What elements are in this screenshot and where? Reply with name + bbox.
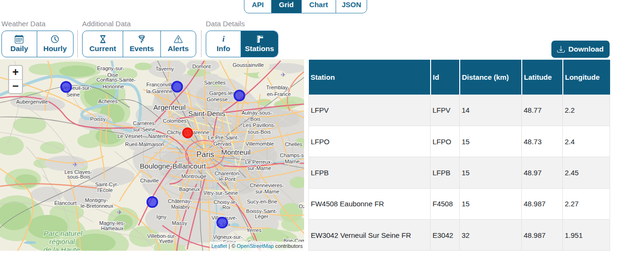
svg-text:Saint-Cyr-: Saint-Cyr-	[95, 181, 119, 187]
svg-text:Yerres: Yerres	[246, 227, 262, 233]
svg-text:Champs-sur-: Champs-sur-	[280, 152, 304, 158]
svg-text:Villemomble: Villemomble	[245, 141, 274, 147]
svg-text:Léger: Léger	[255, 213, 268, 219]
svg-text:Garges-lès-: Garges-lès-	[209, 90, 237, 96]
svg-text:Châtenay-: Châtenay-	[168, 198, 192, 204]
svg-text:Éragny-sur-: Éragny-sur-	[97, 65, 125, 71]
svg-text:Élancourt: Élancourt	[54, 200, 76, 206]
svg-text:Sucy-en-Brie: Sucy-en-Brie	[247, 199, 277, 204]
svg-text:✈: ✈	[73, 161, 78, 168]
svg-text:Chelles: Chelles	[285, 141, 303, 147]
svg-text:✈: ✈	[117, 209, 122, 216]
svg-text:l'École: l'École	[97, 187, 113, 193]
svg-text:Sarcelles: Sarcelles	[204, 80, 226, 85]
svg-text:Montreuil: Montreuil	[221, 148, 251, 156]
svg-text:Carrières-: Carrières-	[133, 120, 157, 126]
svg-text:sous-Bois: sous-Bois	[67, 174, 91, 180]
svg-text:sur-Marne: sur-Marne	[255, 189, 279, 194]
svg-text:le-Bretonneux: le-Bretonneux	[81, 203, 114, 209]
svg-text:Chaville: Chaville	[140, 178, 158, 183]
svg-text:Yvette: Yvette	[159, 238, 174, 244]
svg-text:Paris: Paris	[196, 150, 214, 159]
svg-text:Rueil-Malmaison: Rueil-Malmaison	[125, 141, 164, 147]
svg-text:Montrouge: Montrouge	[181, 173, 207, 179]
svg-text:Poissy: Poissy	[90, 116, 106, 122]
svg-text:Oz: Oz	[299, 203, 304, 209]
svg-text:Parc naturel: Parc naturel	[44, 229, 83, 237]
svg-text:Montigny-: Montigny-	[85, 197, 108, 203]
svg-text:Honorine: Honorine	[103, 84, 124, 89]
svg-text:Le Perreux-: Le Perreux-	[245, 159, 273, 165]
svg-text:Seine: Seine	[66, 92, 80, 97]
svg-text:Charenton-: Charenton-	[214, 171, 241, 176]
svg-text:Saint-Denis: Saint-Denis	[188, 109, 225, 117]
svg-text:Aubergenville: Aubergenville	[16, 99, 48, 105]
svg-text:Tremblay-: Tremblay-	[266, 85, 289, 90]
svg-text:régional: régional	[49, 237, 75, 245]
svg-text:Aulnay-sous-: Aulnay-sous-	[242, 110, 273, 116]
svg-text:Massy: Massy	[172, 220, 187, 226]
svg-text:Roi: Roi	[222, 204, 231, 210]
svg-text:Goussainville: Goussainville	[232, 62, 264, 68]
svg-text:Le Pré-Saint-: Le Pré-Saint-	[208, 135, 239, 140]
svg-text:sur-Marne: sur-Marne	[247, 165, 271, 171]
svg-text:Bagneux: Bagneux	[179, 186, 200, 192]
svg-text:Boulogne-Billancourt: Boulogne-Billancourt	[140, 162, 206, 170]
svg-text:Conflans-Sainte-: Conflans-Sainte-	[96, 77, 136, 83]
svg-text:Hameaux: Hameaux	[101, 225, 124, 231]
svg-text:Domont: Domont	[192, 64, 211, 69]
svg-text:en-France: en-France	[267, 91, 291, 97]
svg-text:✈: ✈	[281, 71, 286, 78]
svg-text:Chennevières-: Chennevières-	[250, 182, 284, 188]
svg-text:Marne: Marne	[285, 159, 299, 164]
svg-text:Igny: Igny	[157, 214, 167, 220]
svg-text:Argenteuil: Argenteuil	[153, 103, 186, 111]
svg-text:Achères: Achères	[98, 98, 118, 104]
svg-text:Vitry-sur-Seine: Vitry-sur-Seine	[203, 190, 238, 196]
svg-text:sur-Seine: sur-Seine	[133, 127, 155, 132]
svg-text:la-Garenne: la-Garenne	[146, 88, 172, 94]
svg-text:Nanterre: Nanterre	[148, 133, 169, 139]
svg-text:Le Vésinet: Le Vésinet	[117, 133, 142, 139]
svg-text:Gonesse: Gonesse	[207, 96, 228, 102]
svg-text:Gervais: Gervais	[213, 141, 232, 147]
svg-text:sous-Bois: sous-Bois	[248, 129, 271, 135]
svg-text:de la Haute: de la Haute	[43, 245, 80, 251]
svg-text:le-Pont: le-Pont	[219, 176, 236, 182]
svg-text:Taverny: Taverny	[156, 66, 174, 72]
svg-text:Malabry: Malabry	[171, 204, 190, 210]
svg-text:Bois: Bois	[250, 116, 261, 122]
svg-text:Colombes: Colombes	[163, 118, 187, 124]
svg-text:Les Pavillons-: Les Pavillons-	[243, 122, 276, 128]
